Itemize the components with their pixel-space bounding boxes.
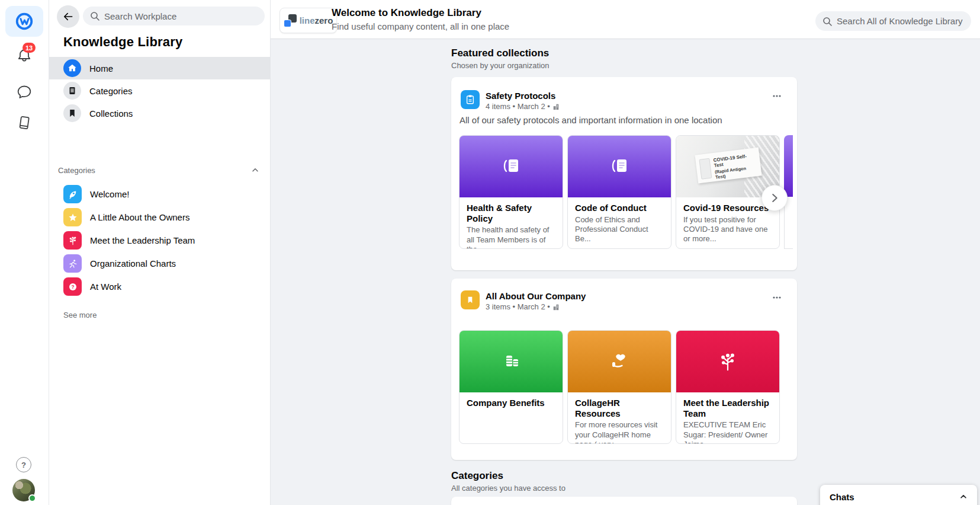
- category-item-label: A Little About the Owners: [90, 212, 189, 222]
- collection-more-button[interactable]: [769, 289, 785, 306]
- tile-title: Code of Conduct: [575, 203, 664, 213]
- tile-thumbnail-covid-test-photo: COVID-19 Self-Test (Rapid Antigen Test): [676, 136, 779, 197]
- document-icon: [63, 82, 81, 100]
- tile-thumbnail: [460, 136, 563, 197]
- category-item-owners[interactable]: A Little About the Owners: [49, 206, 271, 229]
- collapse-categories-button[interactable]: [249, 164, 262, 177]
- workplace-logo-icon: [14, 11, 34, 31]
- category-item-label: Welcome!: [90, 189, 129, 199]
- tile-description: For more resources visit your CollageHR …: [575, 420, 664, 444]
- clipboard-icon: [461, 90, 480, 109]
- notification-count-badge: 13: [23, 43, 36, 53]
- carousel-next-button[interactable]: [761, 185, 788, 211]
- page-subtitle: Find useful company content, all in one …: [332, 21, 509, 31]
- categories-subheading: All categories you have access to: [451, 484, 565, 493]
- sidebar-item-collections[interactable]: Collections: [49, 102, 271, 124]
- collection-tiles: Company Benefits CollageHR Resources: [459, 330, 780, 444]
- collection-meta: 3 items • March 2 •: [486, 302, 560, 311]
- tile-thumbnail: [568, 331, 671, 392]
- chats-label: Chats: [830, 492, 854, 502]
- category-item-label: Organizational Charts: [90, 258, 176, 269]
- coins-icon: [499, 350, 523, 373]
- page-title: Welcome to Knowledge Library: [332, 7, 481, 19]
- home-icon: [63, 59, 81, 77]
- knowledge-library-search-input[interactable]: [837, 16, 964, 26]
- star-icon: [63, 208, 82, 226]
- tile-title: Covid-19 Resources: [683, 203, 772, 213]
- tile-code-of-conduct[interactable]: Code of Conduct Code of Ethics and Profe…: [567, 135, 671, 249]
- search-icon: [822, 17, 832, 26]
- sidebar-item-home[interactable]: Home: [49, 57, 271, 79]
- category-item-at-work[interactable]: ? At Work: [49, 275, 271, 298]
- sidebar-item-categories[interactable]: Categories: [49, 79, 271, 102]
- categories-section-header: Categories: [58, 164, 262, 177]
- category-item-welcome[interactable]: Welcome!: [49, 183, 271, 206]
- see-more-link[interactable]: See more: [63, 311, 97, 319]
- tile-title: Health & Safety Policy: [467, 203, 555, 223]
- tile-title: CollageHR Resources: [575, 398, 664, 418]
- search-icon: [90, 11, 99, 21]
- chats-bar[interactable]: Chats: [820, 485, 977, 505]
- category-item-label: Meet the Leadership Team: [90, 235, 195, 245]
- collection-card-all-about-our-company: All About Our Company 3 items • March 2 …: [451, 279, 797, 460]
- collection-meta: 4 items • March 2 •: [486, 102, 560, 111]
- tile-thumbnail: [460, 331, 563, 392]
- organization-icon: [552, 303, 560, 311]
- bookmark-icon: [461, 290, 480, 309]
- sidebar-item-label: Categories: [89, 86, 133, 96]
- sidebar-search-input[interactable]: [104, 11, 258, 21]
- app-rail: 13 ?: [0, 0, 49, 505]
- tile-collagehr-resources[interactable]: CollageHR Resources For more resources v…: [567, 330, 671, 444]
- tile-title: Company Benefits: [467, 398, 555, 408]
- tile-thumbnail: [676, 331, 779, 392]
- notebook-icon: [15, 114, 33, 132]
- user-avatar[interactable]: [12, 479, 35, 501]
- help-button[interactable]: ?: [16, 457, 31, 472]
- note-doc-icon: [499, 155, 523, 178]
- main-content: linezero Welcome to Knowledge Library Fi…: [271, 0, 980, 505]
- workplace-knowledge-library-screen: 13 ?: [0, 0, 980, 505]
- tree-icon: [716, 350, 739, 373]
- chevron-up-icon: [959, 493, 968, 501]
- category-item-org-charts[interactable]: Organizational Charts: [49, 252, 271, 275]
- categories-card-partial: [451, 497, 797, 505]
- featured-collections-heading: Featured collections: [451, 47, 549, 59]
- knowledge-library-sidebar: Knowledge Library Home Categories Collec…: [49, 0, 271, 505]
- tile-meet-the-leadership-team[interactable]: Meet the Leadership Team EXECUTIVE TEAM …: [676, 330, 780, 444]
- tile-description: EXECUTIVE TEAM Eric Sugar: President/ Ow…: [683, 420, 772, 444]
- tree-icon: [63, 231, 82, 250]
- sidebar-search[interactable]: [83, 7, 265, 25]
- workplace-home-button[interactable]: [5, 6, 43, 37]
- svg-text:?: ?: [71, 285, 74, 290]
- sidebar-item-label: Home: [89, 63, 113, 73]
- knowledge-library-rail-button[interactable]: [11, 110, 37, 136]
- tile-health-safety-policy[interactable]: Health & Safety Policy The health and sa…: [459, 135, 563, 249]
- note-doc-icon: [608, 155, 631, 178]
- tile-thumbnail: [568, 136, 671, 197]
- knowledge-library-search[interactable]: [815, 11, 971, 31]
- linezero-logo-icon: [284, 14, 297, 27]
- sidebar-item-label: Collections: [89, 108, 133, 119]
- online-status-dot: [28, 494, 36, 502]
- back-button[interactable]: [57, 5, 79, 28]
- chat-bubble-icon: [15, 83, 33, 101]
- featured-collections-subheading: Chosen by your organization: [451, 61, 550, 70]
- chat-button[interactable]: [11, 79, 37, 105]
- tile-company-benefits[interactable]: Company Benefits: [459, 330, 563, 444]
- collection-more-button[interactable]: [769, 88, 785, 104]
- organization-icon: [552, 103, 560, 110]
- company-logo-card[interactable]: linezero: [279, 8, 337, 33]
- question-mark-icon: ?: [21, 461, 26, 469]
- tile-title: Meet the Leadership Team: [683, 398, 772, 418]
- category-item-leadership[interactable]: Meet the Leadership Team: [49, 229, 271, 252]
- category-item-label: At Work: [90, 282, 121, 292]
- tile-description: Code of Ethics and Professional Conduct …: [575, 215, 664, 244]
- runner-icon: [63, 254, 82, 273]
- collection-title[interactable]: Safety Protocols: [486, 91, 555, 101]
- page-header: linezero Welcome to Knowledge Library Fi…: [271, 0, 980, 39]
- bookmark-icon: [63, 104, 81, 122]
- collection-title[interactable]: All About Our Company: [486, 291, 586, 301]
- question-circle-icon: ?: [63, 277, 82, 296]
- collection-card-safety-protocols: Safety Protocols 4 items • March 2 • All…: [451, 77, 797, 270]
- chevron-right-icon: [768, 191, 781, 204]
